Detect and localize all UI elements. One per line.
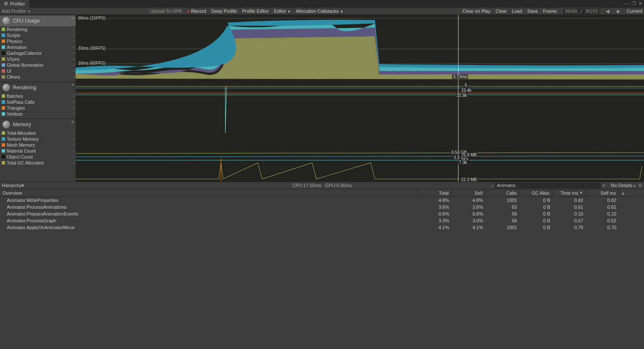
drag-handle-icon[interactable]: ≡ (73, 75, 74, 79)
details-dropdown[interactable]: No Details ▾ (611, 183, 636, 188)
legend-label: Scripts (7, 33, 20, 38)
chart-cpu[interactable]: 66ms (15FPS) 33ms (30FPS) 16ms (60FPS) 3… (76, 15, 644, 82)
drag-handle-icon[interactable]: ≡ (73, 63, 74, 67)
legend-item[interactable]: Total GC Allocated≡ (2, 160, 74, 166)
legend-item[interactable]: Vertices≡ (2, 111, 74, 117)
view-mode-dropdown[interactable]: Hierarchy▾ (2, 183, 24, 188)
clear-button[interactable]: Clear (495, 9, 506, 14)
legend-item[interactable]: Texture Memory≡ (2, 136, 74, 142)
legend-item[interactable]: Physics≡ (2, 38, 74, 44)
col-overview[interactable]: Overview (0, 189, 419, 197)
clear-search-icon[interactable]: ⊘ (602, 183, 606, 188)
module-memory[interactable]: ✕ Memory Total Allocated≡Texture Memory≡… (0, 119, 76, 182)
legend-label: Total GC Allocated (7, 160, 43, 165)
drag-handle-icon[interactable]: ≡ (73, 131, 74, 135)
col-total[interactable]: Total (419, 189, 452, 197)
save-button[interactable]: Save (527, 9, 538, 14)
legend-item[interactable]: GarbageCollector≡ (2, 50, 74, 56)
add-profiler-dropdown[interactable]: Add Profiler ▼ (2, 9, 31, 14)
legend-item[interactable]: Scripts≡ (2, 32, 74, 38)
minimize-icon[interactable]: — (624, 1, 629, 6)
legend-item[interactable]: Object Count≡ (2, 154, 74, 160)
drag-handle-icon[interactable]: ≡ (73, 94, 74, 98)
legend-item[interactable]: Batches≡ (2, 93, 74, 99)
legend-item[interactable]: Rendering≡ (2, 26, 74, 32)
close-icon[interactable]: ✕ (71, 16, 74, 20)
color-swatch (2, 143, 5, 147)
close-icon[interactable]: ✕ (71, 82, 74, 87)
module-cpu[interactable]: ✕ CPU Usage Rendering≡Scripts≡Physics≡An… (0, 15, 76, 82)
drag-handle-icon[interactable]: ≡ (73, 51, 74, 55)
clear-on-play-button[interactable]: Clear on Play (462, 9, 490, 14)
drag-handle-icon[interactable]: ≡ (73, 106, 74, 110)
drag-handle-icon[interactable]: ≡ (73, 57, 74, 61)
cell-calls: 1001 (486, 198, 520, 203)
col-time[interactable]: Time ms ▼ (553, 189, 586, 197)
col-selfms[interactable]: Self ms (586, 189, 619, 197)
legend-item[interactable]: Mesh Memory≡ (2, 142, 74, 148)
frame-cursor[interactable] (458, 15, 458, 82)
drag-handle-icon[interactable]: ≡ (73, 137, 74, 141)
chart-memory[interactable]: 0.53 GB 3.3 MB 75.9 MB 153 7.3k 22.3 MB (76, 136, 644, 182)
drag-handle-icon[interactable]: ≡ (73, 149, 74, 153)
legend-item[interactable]: Others≡ (2, 74, 74, 80)
current-button[interactable]: Current (627, 9, 642, 14)
tab-profiler[interactable]: Profiler (0, 0, 29, 8)
col-gc[interactable]: GC Alloc (520, 189, 553, 197)
table-row[interactable]: Animator.WriteProperties4.8%4.8%10010 B0… (0, 197, 644, 204)
cell-gc: 0 B (520, 211, 553, 216)
charts-area[interactable]: Selected: Animators.Update 66ms (15FPS) … (76, 15, 644, 182)
drag-handle-icon[interactable]: ≡ (73, 27, 74, 31)
legend-item[interactable]: VSync≡ (2, 56, 74, 62)
window-tabbar: Profiler — ❐ ✕ (0, 0, 644, 8)
frame-field[interactable]: 30160 / 30253 (563, 9, 599, 14)
legend-item[interactable]: Global Illumination≡ (2, 62, 74, 68)
close-icon[interactable]: ✕ (71, 119, 74, 124)
drag-handle-icon[interactable]: ≡ (73, 143, 74, 147)
editor-dropdown[interactable]: Editor ▼ (274, 9, 291, 14)
maximize-icon[interactable]: ❐ (632, 1, 636, 6)
drag-handle-icon[interactable]: ≡ (73, 161, 74, 165)
chart-rendering[interactable]: 6 6 15.4k 32.8k (76, 82, 644, 136)
drag-handle-icon[interactable]: ≡ (73, 33, 74, 37)
profile-editor-toggle[interactable]: Profile Editor (242, 9, 269, 14)
cell-time: 0.10 (553, 211, 586, 216)
frame-cursor[interactable] (458, 82, 458, 136)
table-row[interactable]: Animator.ApplyOnAnimatorMove4.1%4.1%1001… (0, 224, 644, 231)
drag-handle-icon[interactable]: ≡ (73, 112, 74, 116)
prev-frame-button[interactable]: ◀ (605, 9, 610, 14)
upload-button[interactable]: Upload To UPR (150, 9, 182, 14)
drag-handle-icon[interactable]: ≡ (73, 155, 74, 159)
legend-item[interactable]: UI≡ (2, 68, 74, 74)
drag-handle-icon[interactable]: ≡ (73, 45, 74, 49)
module-title: Rendering (13, 85, 36, 91)
load-button[interactable]: Load (512, 9, 522, 14)
table-row[interactable]: Animator.ProcessGraph3.3%3.0%560 B0.570.… (0, 217, 644, 224)
scroll-indicator[interactable]: ▲ (619, 190, 627, 196)
drag-handle-icon[interactable]: ≡ (73, 69, 74, 73)
drag-handle-icon[interactable]: ≡ (73, 39, 74, 43)
close-icon[interactable]: ✕ (638, 1, 642, 6)
search-input[interactable] (495, 182, 601, 188)
legend-item[interactable]: SetPass Calls≡ (2, 99, 74, 105)
module-title: Memory (13, 122, 31, 128)
deep-profile-toggle[interactable]: Deep Profile (211, 9, 237, 14)
legend-item[interactable]: Total Allocated≡ (2, 130, 74, 136)
legend-label: Rendering (7, 27, 27, 32)
gear-icon[interactable]: ⚙ (638, 183, 642, 188)
allocation-dropdown[interactable]: Allocation Callstacks ▼ (296, 9, 343, 14)
table-header: Overview Total Self Calls GC Alloc Time … (0, 189, 644, 197)
col-self[interactable]: Self (452, 189, 486, 197)
legend-item[interactable]: Animation≡ (2, 44, 74, 50)
table-row[interactable]: Animator.PrepareAnimationEvents0.6%0.6%5… (0, 210, 644, 217)
record-toggle[interactable]: Record (187, 9, 206, 14)
module-rendering[interactable]: ✕ Rendering Batches≡SetPass Calls≡Triang… (0, 82, 76, 119)
next-frame-button[interactable]: ▶ (616, 9, 622, 14)
legend-item[interactable]: Material Count≡ (2, 148, 74, 154)
drag-handle-icon[interactable]: ≡ (73, 100, 74, 104)
detail-toolbar: Hierarchy▾ CPU:17.05ms GPU:0.00ms ⌕ ⊘ No… (0, 182, 644, 189)
legend-item[interactable]: Triangles≡ (2, 105, 74, 111)
table-row[interactable]: Animator.ProcessAnimations3.6%3.6%630 B0… (0, 204, 644, 210)
chevron-down-icon: ▾ (22, 183, 24, 188)
col-calls[interactable]: Calls (486, 189, 520, 197)
